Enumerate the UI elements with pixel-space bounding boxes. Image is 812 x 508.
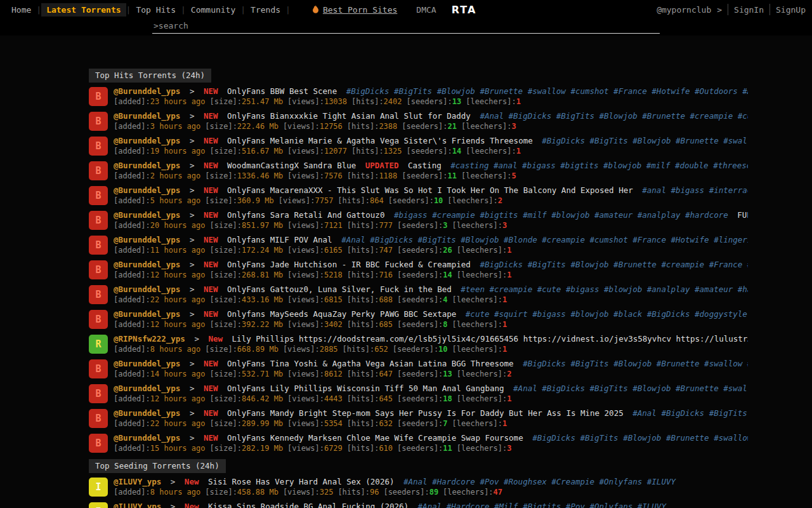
signin-link[interactable]: SignIn (734, 5, 764, 15)
stat-added: [added]:14 hours ago (114, 370, 206, 378)
nav-item-home[interactable]: Home (6, 3, 36, 17)
torrent-tags[interactable]: #BigDicks #BigTits #Blowjob #Brunette #c… (480, 260, 748, 269)
nav-item-top-hits[interactable]: Top Hits (131, 3, 181, 17)
torrent-title[interactable]: OnlyFans Jade Hutchison - IR BBC Fucked … (227, 260, 471, 269)
avatar[interactable]: B (89, 384, 108, 403)
torrent-tags[interactable]: #cute #squirt #bigass #blowjob #black #B… (466, 309, 748, 319)
torrent-tags[interactable]: #BigDicks #BigTits #Blowjob #Brunette #s… (532, 433, 748, 443)
torrent-tags[interactable]: #BigDicks #BigTits #Blowjob #Brunette #s… (346, 86, 748, 96)
account-link[interactable]: @mypornclub (657, 5, 711, 15)
hits-value: 2402 (384, 97, 402, 106)
torrent-user[interactable]: @Burunddel_yps (114, 136, 180, 145)
torrent-user[interactable]: @Burunddel_yps (114, 185, 180, 195)
torrent-user[interactable]: @Burunddel_yps (114, 384, 180, 393)
stat-leechers: [leechers]:1 (466, 147, 521, 156)
added-value: 5 hours ago (150, 196, 200, 205)
torrent-title[interactable]: Kissa Sins Roadside BG Anal Fucking (202… (208, 502, 409, 508)
torrent-tags[interactable]: #anal #bigass #interrac… (642, 185, 748, 195)
torrent-user[interactable]: @Burunddel_yps (114, 284, 180, 294)
added-label: [added]: (114, 394, 150, 403)
torrent-title[interactable]: OnlyFans Bianxxxkie Tight Asian Anal Slu… (227, 111, 471, 121)
nav-item-trends[interactable]: Trends (246, 3, 285, 17)
torrent-user[interactable]: @Burunddel_yps (114, 210, 180, 220)
torrent-tags[interactable]: #Anal #BigDicks #BigTits #Blowjob #Brune… (480, 111, 748, 121)
torrent-title-cont[interactable]: Casting (408, 161, 442, 170)
signup-link[interactable]: SignUp (776, 5, 806, 15)
torrent-user[interactable]: @Burunddel_yps (114, 86, 180, 96)
seeders-value: 14 (443, 271, 452, 279)
torrent-tags[interactable]: #bigass #creampie #bigtits #milf #blowjo… (394, 210, 728, 220)
stat-seeders: [seeders]:11 (397, 444, 452, 453)
avatar[interactable]: B (89, 434, 108, 453)
torrent-title[interactable]: OnlyFans Mandy Bright Step-mom Says Her … (227, 408, 624, 418)
torrent-tags[interactable]: #BigDicks #BigTits #Blowjob #Brunette #s… (542, 136, 748, 145)
torrent-tags[interactable]: #BigDicks #BigTits #Blowjob #Brunette #s… (523, 359, 748, 368)
torrent-stats: [added]:23 hours ago[size]:251.47 Mb[vie… (114, 97, 748, 107)
avatar[interactable]: B (89, 409, 108, 428)
torrent-tags[interactable]: #teen #creampie #cute #bigass #blowjob #… (461, 284, 748, 294)
torrent-user[interactable]: @Burunddel_yps (114, 309, 180, 319)
avatar[interactable]: B (89, 161, 108, 180)
torrent-user[interactable]: @Burunddel_yps (114, 235, 180, 244)
torrent-user[interactable]: @Burunddel_yps (114, 111, 180, 121)
torrent-tags[interactable]: #Anal #Hardcore #Pov #Roughsex #Creampie… (403, 477, 676, 486)
best-porn-sites-link[interactable]: Best Porn Sites (323, 5, 397, 15)
torrent-title[interactable]: OnlyFans Kennedy Marksen Chloe Mae Wife … (227, 433, 523, 443)
dmca-link[interactable]: DMCA (416, 5, 436, 15)
avatar[interactable]: I (89, 478, 108, 497)
torrent-user[interactable]: @Burunddel_yps (114, 359, 180, 368)
torrent-tags[interactable]: #Anal #BigDicks #BigTits … (632, 408, 748, 418)
seeders-value: 8 (443, 320, 447, 329)
avatar[interactable]: B (89, 112, 108, 131)
torrent-user[interactable]: @Burunddel_yps (114, 260, 180, 269)
leechers-label: [leechers]: (466, 147, 516, 156)
avatar[interactable]: B (89, 236, 108, 255)
leechers-value: 1 (516, 97, 521, 106)
torrent-tags[interactable]: #Anal #BigDicks #BigTits #Blowjob #Blond… (341, 235, 748, 244)
divider (769, 4, 770, 15)
torrent-title[interactable]: Onlyfans MaySeeds AquaZay Perky PAWG BBC… (227, 309, 456, 319)
torrent-title[interactable]: OnlyFans BBW Best Scene (227, 86, 337, 96)
avatar[interactable]: I (89, 502, 108, 508)
avatar[interactable]: B (89, 137, 108, 156)
torrent-user[interactable]: @Burunddel_yps (114, 408, 180, 418)
torrent-user[interactable]: @Burunddel_yps (114, 433, 180, 443)
torrent-title[interactable]: OnlyFans Tina Yoshi & Agatha Vega Asian … (227, 359, 514, 368)
torrent-title[interactable]: OnlyFans MacarenaXXX - This Slut Was So … (227, 185, 633, 195)
torrent-user[interactable]: @RIPNsfw222_yps (114, 334, 185, 344)
torrent-user[interactable]: @ILUVY_yps (114, 502, 161, 508)
torrent-info: @Burunddel_yps > NEW Onlyfans MILF POV A… (114, 234, 748, 259)
torrent-tags[interactable]: #Anal #Hardcore #Milf #Bigtits #Pov #Onl… (418, 502, 666, 508)
torrent-title[interactable]: Onlyfans Sara Retali And Gattouz0 (227, 210, 384, 220)
torrent-user[interactable]: @Burunddel_yps (114, 161, 180, 170)
torrent-title[interactable]: Sisi Rose Has Very Hard Anal Sex (2026) (208, 477, 395, 486)
seeders-value: 14 (452, 147, 461, 156)
avatar[interactable]: B (89, 359, 108, 378)
seeders-label: [seeders]: (407, 147, 452, 156)
avatar[interactable]: B (89, 186, 108, 205)
avatar[interactable]: B (89, 260, 108, 279)
avatar[interactable]: B (89, 211, 108, 230)
torrent-title[interactable]: OnlyFans Lily Phillips Wisconsin Tiff 50… (227, 384, 504, 393)
search-input[interactable] (152, 19, 660, 34)
avatar[interactable]: B (89, 87, 108, 106)
torrent-title[interactable]: Onlyfans MILF POV Anal (227, 235, 332, 244)
avatar[interactable]: B (89, 285, 108, 304)
nav-item-latest-torrents[interactable]: Latest Torrents (41, 3, 126, 17)
seeders-value: 13 (452, 97, 461, 106)
torrent-title[interactable]: Lily Phillips https://doodstream.com/e/l… (232, 334, 748, 344)
nav-item-community[interactable]: Community (186, 3, 240, 17)
avatar[interactable]: B (89, 310, 108, 329)
torrent-title[interactable]: WoodmanCastingX Sandra Blue (227, 161, 356, 170)
torrent-user[interactable]: @ILUVY_yps (114, 477, 161, 486)
new-badge: NEW (204, 111, 218, 121)
seeders-value: 4 (443, 295, 447, 304)
avatar[interactable]: R (89, 335, 108, 354)
hits-value: 1325 (384, 147, 402, 156)
torrent-title[interactable]: OnlyFans Melanie Marie & Agatha Vega Sis… (227, 136, 533, 145)
stat-views: [views]:8612 (287, 370, 343, 378)
torrent-tags[interactable]: #casting #anal #bigass #bigtits #blowjob… (450, 161, 748, 170)
torrent-list: I @ILUVY_yps > New Sisi Rose Has Very Ha… (89, 476, 812, 508)
torrent-title[interactable]: OnlyFans Gattouz0, Luna Silver, Fuck in … (227, 284, 452, 294)
torrent-tags[interactable]: #Anal #BigDicks #BigTits #Blowjob #Brune… (513, 384, 748, 393)
